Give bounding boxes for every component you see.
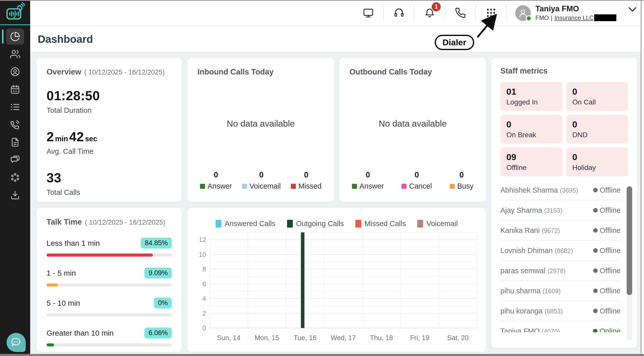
svg-text:Wed, 17: Wed, 17	[331, 334, 356, 342]
staff-tile-offline: 09Offline	[500, 148, 562, 176]
legend-item[interactable]: Outgoing Calls	[287, 220, 344, 228]
notifications-button[interactable]: 1	[422, 5, 437, 20]
svg-text:Sat, 20: Sat, 20	[447, 334, 469, 342]
stat-color-swatch	[291, 184, 296, 189]
scrollbar-thumb[interactable]	[627, 186, 632, 295]
sidebar-item-lists[interactable]	[0, 98, 30, 116]
staff-row: pihu koranga(6853)Offline	[500, 301, 621, 321]
sidebar-item-dashboard[interactable]	[0, 28, 30, 45]
staff-extension: (3695)	[560, 187, 578, 194]
status-text: Online	[599, 327, 621, 333]
legend-item[interactable]: Voicemail	[417, 220, 458, 228]
headset-button[interactable]	[391, 5, 407, 20]
talk-time-progress-fill	[47, 254, 153, 257]
download-icon	[10, 190, 20, 200]
staff-name: Lovnish Dhiman	[500, 246, 553, 255]
tile-label: Holiday	[572, 164, 622, 172]
separator: |	[551, 14, 552, 21]
bar-outgoing-calls	[301, 232, 304, 328]
tile-value: 0	[572, 87, 622, 97]
svg-text:2: 2	[203, 310, 206, 317]
avatar	[515, 5, 531, 21]
staff-name: pihu sharma	[500, 287, 541, 295]
dialer-annotation-label: Dialer	[435, 35, 474, 50]
talk-time-bucket-label: Greater than 10 min	[47, 329, 114, 337]
sidebar	[0, 0, 30, 356]
window-right-scrollbar[interactable]	[641, 0, 644, 356]
page-header: Dashboard	[30, 26, 644, 52]
staff-metrics-title: Staff metrics	[500, 66, 548, 76]
org-link[interactable]: Insurance LLC	[554, 14, 594, 21]
legend-label: Answered Calls	[225, 220, 275, 228]
sidebar-item-integrations[interactable]	[0, 169, 30, 186]
talk-time-progress-track	[47, 254, 172, 257]
window-bottom-edge	[0, 354, 644, 356]
overview-card: Overview ( 10/12/2025 - 16/12/2025) 01:2…	[36, 58, 182, 202]
svg-text:10: 10	[199, 251, 206, 258]
dialer-button[interactable]	[453, 5, 468, 20]
talk-time-pct-badge: 6.06%	[144, 328, 172, 338]
sidebar-item-calls[interactable]	[0, 116, 30, 133]
staff-list-scrollbar[interactable]	[627, 186, 632, 340]
status-dot-icon	[593, 329, 597, 332]
bar-chart-svg: 024681012Sun, 14Mon, 15Tue, 16Wed, 17Thu…	[192, 230, 481, 349]
app-window: 1 Taniya FMO FMO | Insuranc	[0, 0, 644, 356]
user-menu[interactable]: Taniya FMO FMO | Insurance LLC	[515, 4, 637, 21]
tile-value: 01	[506, 87, 556, 97]
staff-extension: (4070)	[542, 328, 560, 333]
page-title: Dashboard	[38, 33, 93, 45]
staff-row: Lovnish Dhiman(8682)Offline	[500, 241, 621, 261]
sidebar-item-contacts[interactable]	[0, 63, 30, 81]
stat-label: Cancel	[409, 182, 432, 190]
chevron-down-icon	[628, 7, 637, 12]
pie-icon	[10, 31, 20, 42]
status-text: Offline	[600, 287, 621, 295]
user-role: FMO	[535, 14, 549, 21]
talk-time-row: 5 - 10 min0%	[47, 298, 172, 316]
staff-tile-logged-in: 01Logged In	[500, 82, 562, 111]
tile-value: 0	[572, 119, 622, 129]
user-menu-chevron[interactable]	[628, 7, 637, 13]
talk-time-progress-fill	[47, 343, 54, 346]
talk-time-progress-track	[47, 283, 172, 287]
legend-label: Missed Calls	[365, 220, 406, 228]
staff-row: Abhishek Sharma(3695)Offline	[500, 180, 621, 200]
phone-icon	[455, 7, 466, 18]
dots-circle-icon	[10, 172, 20, 183]
stat-color-swatch	[401, 184, 407, 189]
status-text: Offline	[600, 206, 621, 215]
staff-status: Offline	[593, 206, 621, 215]
staff-row: Kanika Rani(9672)Offline	[500, 221, 621, 241]
document-icon	[10, 137, 20, 147]
legend-item[interactable]: Answered Calls	[216, 220, 275, 228]
staff-status: Offline	[593, 267, 621, 275]
staff-list: Abhishek Sharma(3695)OfflineAjay Sharma(…	[500, 180, 628, 332]
legend-item[interactable]: Missed Calls	[355, 220, 406, 228]
app-logo[interactable]	[0, 0, 30, 25]
list-icon	[10, 102, 20, 112]
talk-time-pct-badge: 84.85%	[141, 238, 172, 248]
staff-tile-on-call: 0On Call	[566, 82, 628, 111]
staff-status: Offline	[593, 246, 621, 255]
sidebar-item-downloads[interactable]	[0, 186, 30, 204]
screen-share-button[interactable]	[361, 5, 376, 20]
status-dot-icon	[593, 268, 598, 273]
staff-name: pihu koranga	[500, 307, 543, 315]
outbound-stat-cancel: 0Cancel	[401, 170, 432, 190]
talk-time-rows: Less than 1 min84.85%1 - 5 min9.09%5 - 1…	[47, 238, 172, 346]
chat-fab-button[interactable]	[7, 333, 26, 352]
stat-label: Busy	[457, 182, 473, 190]
sidebar-item-calendar[interactable]	[0, 81, 30, 98]
status-dot-icon	[593, 188, 598, 192]
total-duration-metric: 01:28:50 Total Duration	[47, 88, 172, 115]
total-duration-value: 01:28:50	[47, 88, 172, 103]
total-calls-metric: 33 Total Calls	[47, 170, 172, 197]
chat-bubble-icon	[11, 337, 22, 348]
sidebar-item-messages[interactable]	[0, 151, 30, 169]
sidebar-item-reports[interactable]	[0, 133, 30, 151]
outbound-stats: 0Answer0Cancel0Busy	[349, 170, 476, 192]
stat-label: Missed	[298, 182, 321, 190]
sidebar-item-users[interactable]	[0, 45, 30, 63]
svg-text:Fri, 19: Fri, 19	[410, 334, 429, 342]
svg-text:0: 0	[203, 324, 206, 332]
